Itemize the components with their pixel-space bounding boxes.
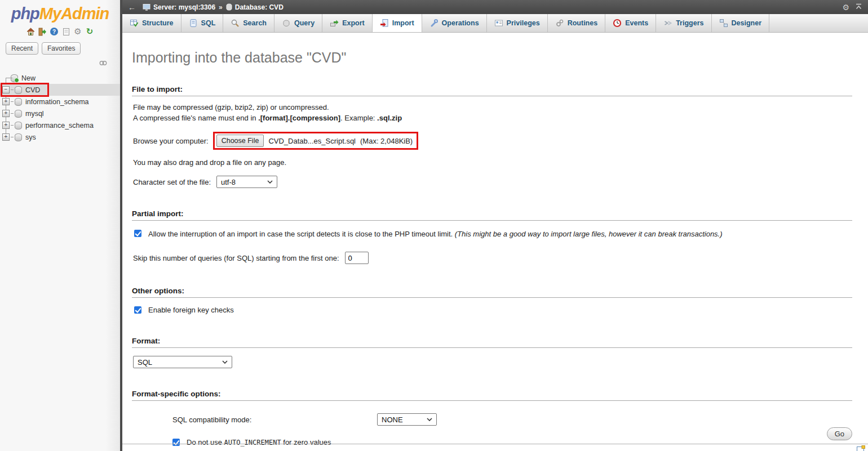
expand-expander-icon[interactable]: + — [2, 133, 10, 141]
tab-export[interactable]: Export — [322, 14, 373, 32]
breadcrumb-server[interactable]: Server: mysql:3306 — [143, 3, 215, 11]
operations-icon — [429, 19, 439, 28]
tab-label: Designer — [732, 19, 762, 27]
tree-item-performance-schema[interactable]: + performance_schema — [0, 119, 120, 131]
tab-sql[interactable]: SQL — [181, 14, 224, 32]
breadcrumb-database[interactable]: Database: CVD — [226, 3, 284, 11]
compression-hint-line1: File may be compressed (gzip, bzip2, zip… — [133, 102, 852, 113]
tab-label: Search — [243, 19, 267, 27]
section-format-specific: Format-specific options: SQL compatibili… — [132, 390, 852, 446]
sql-compat-select[interactable]: NONE — [377, 413, 437, 426]
database-icon — [15, 133, 22, 141]
tab-label: Operations — [442, 19, 479, 27]
go-button[interactable]: Go — [827, 427, 852, 440]
chevron-down-icon — [427, 418, 432, 421]
charset-label: Character set of the file: — [133, 178, 211, 186]
tab-label: SQL — [201, 19, 216, 27]
section-format: Format: SQL — [132, 337, 852, 368]
allow-interrupt-checkbox[interactable] — [134, 230, 141, 237]
refresh-icon[interactable]: ↻ — [85, 27, 94, 36]
database-icon — [15, 86, 22, 94]
routines-icon — [555, 19, 564, 28]
skip-queries-row: Skip this number of queries (for SQL) st… — [133, 252, 852, 264]
sql-compat-label: SQL compatibility mode: — [172, 416, 377, 424]
section-title: Format: — [132, 337, 852, 348]
compression-hint-line2: A compressed file's name must end in .[f… — [133, 113, 852, 123]
tab-search[interactable]: Search — [223, 14, 274, 32]
collapse-sidebar-arrow[interactable]: ← — [128, 3, 136, 12]
annotation-box-file-input: Choose File CVD_Datab...es_Script.sql (M… — [213, 132, 419, 150]
search-icon — [231, 19, 240, 28]
tab-label: Export — [342, 19, 365, 27]
tab-operations[interactable]: Operations — [422, 14, 487, 32]
tab-label: Import — [392, 19, 414, 27]
database-icon — [226, 3, 232, 11]
section-title: Format-specific options: — [132, 390, 852, 401]
tree-branch-icon — [2, 74, 10, 82]
sidebar-toolbar: ? ⚙ ↻ — [0, 26, 120, 37]
settings-icon[interactable]: ⚙ — [73, 27, 82, 36]
tab-privileges[interactable]: Privileges — [487, 14, 548, 32]
database-tree: New − CVD + information_schema + mysql — [0, 72, 120, 143]
page-settings-gear-icon[interactable]: ⚙ — [842, 3, 849, 12]
browse-row: Browse your computer: Choose File CVD_Da… — [133, 132, 852, 150]
sql-icon — [189, 19, 198, 28]
format-select[interactable]: SQL — [133, 356, 232, 368]
home-icon[interactable] — [26, 27, 35, 36]
foreign-key-checkbox[interactable] — [134, 306, 141, 314]
recent-button[interactable]: Recent — [6, 42, 38, 55]
server-icon — [143, 4, 150, 11]
allow-interrupt-row: Allow the interruption of an import in c… — [133, 229, 852, 239]
tree-item-new[interactable]: New — [0, 72, 120, 84]
footer-divider — [122, 444, 868, 444]
favorites-button[interactable]: Favorites — [42, 42, 81, 55]
dragdrop-hint: You may also drag and drop a file on any… — [133, 157, 852, 168]
logout-icon[interactable] — [38, 27, 47, 36]
phpmyadmin-logo[interactable]: phpMyAdmin — [0, 5, 120, 23]
topbar-right-controls: ⚙ — [842, 3, 862, 12]
chevron-down-icon — [267, 180, 273, 184]
tab-routines[interactable]: Routines — [548, 14, 605, 32]
main-panel: ← Server: mysql:3306 » Database: CVD ⚙ S… — [122, 0, 868, 451]
tree-item-sys[interactable]: + sys — [0, 131, 120, 143]
skip-queries-input[interactable] — [345, 252, 369, 264]
tab-label: Triggers — [676, 19, 703, 27]
collapse-expander-icon[interactable]: − — [2, 86, 10, 93]
sidebar-quick-tabs: Recent Favorites — [6, 42, 120, 55]
tree-item-label: CVD — [25, 86, 40, 94]
tab-bar: Structure SQL Search Query Export Import — [122, 14, 868, 33]
selected-filename: CVD_Datab...es_Script.sql — [268, 137, 356, 145]
tab-label: Privileges — [507, 19, 540, 27]
tab-designer[interactable]: Designer — [712, 14, 770, 32]
zero-autoincrement-label: Do not use AUTO_INCREMENT for zero value… — [187, 438, 331, 446]
expand-expander-icon[interactable]: + — [2, 98, 10, 105]
tab-triggers[interactable]: Triggers — [656, 14, 711, 32]
section-title: Partial import: — [132, 209, 852, 221]
tab-structure[interactable]: Structure — [122, 14, 181, 32]
zero-autoincrement-checkbox[interactable] — [172, 439, 180, 446]
expand-expander-icon[interactable]: + — [2, 122, 10, 129]
tree-item-mysql[interactable]: + mysql — [0, 108, 120, 119]
link-row — [0, 60, 120, 68]
logo-php: php — [11, 5, 39, 23]
help-icon[interactable]: ? — [50, 27, 59, 36]
open-new-window-icon[interactable] — [857, 445, 865, 451]
tab-events[interactable]: Events — [605, 14, 656, 32]
tree-item-label: sys — [25, 133, 36, 141]
link-panels-icon[interactable] — [99, 60, 108, 68]
tree-item-cvd[interactable]: − CVD — [0, 84, 120, 96]
page-title: Importing into the database "CVD" — [132, 50, 852, 66]
tree-item-information-schema[interactable]: + information_schema — [0, 96, 120, 108]
tree-item-label: mysql — [25, 110, 44, 118]
privileges-icon — [494, 19, 503, 28]
scroll-top-icon[interactable] — [855, 3, 862, 11]
expand-expander-icon[interactable]: + — [2, 110, 10, 117]
tab-import[interactable]: Import — [373, 14, 422, 32]
database-icon — [15, 122, 22, 130]
export-icon — [330, 19, 339, 28]
charset-select[interactable]: utf-8 — [216, 176, 277, 188]
tab-query[interactable]: Query — [274, 14, 322, 32]
choose-file-button[interactable]: Choose File — [216, 135, 264, 147]
docs-icon[interactable] — [61, 27, 70, 36]
tab-label: Structure — [142, 19, 174, 27]
